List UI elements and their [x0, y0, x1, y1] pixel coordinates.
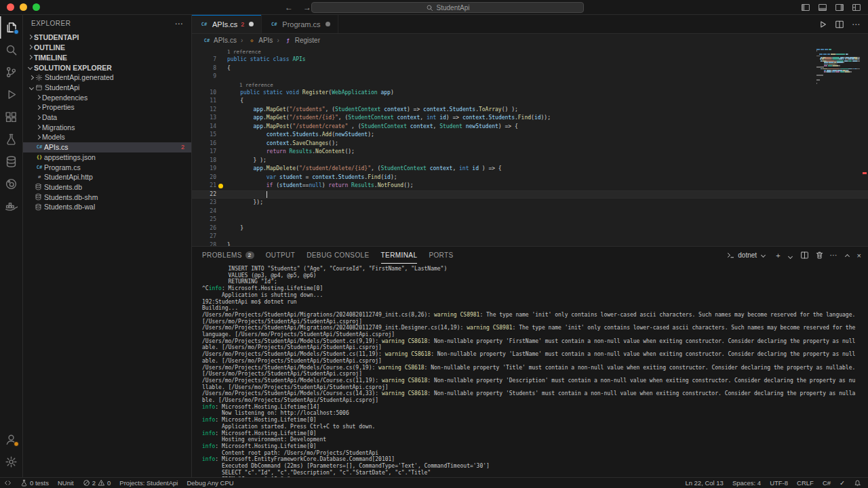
profile-dropdown-button[interactable]: [787, 251, 794, 260]
section-studentapi[interactable]: STUDENTAPI: [23, 32, 191, 42]
status-projects[interactable]: Projects: StudentApi: [119, 479, 178, 487]
terminal-output[interactable]: INSERT INTO "Students" ("Age", "CourseId…: [192, 264, 868, 477]
status-language-mode[interactable]: C#: [823, 479, 831, 487]
shell-label-text: dotnet: [738, 251, 757, 259]
section-outline[interactable]: OUTLINE: [23, 42, 191, 52]
more-button[interactable]: ⋯: [830, 251, 837, 260]
problems-count-badge: 2: [245, 251, 254, 259]
activity-testing[interactable]: [0, 128, 22, 150]
terminal-line: info: Microsoft.Hosting.Lifetime[0]: [202, 430, 857, 437]
status-cursor-position[interactable]: Ln 22, Col 13: [685, 479, 724, 487]
zoom-window-button[interactable]: [33, 3, 40, 11]
line-number: 23: [192, 199, 216, 207]
more-actions-icon[interactable]: ⋯: [175, 19, 184, 28]
tree-item-migrations[interactable]: Migrations: [23, 122, 191, 132]
activity-extensions[interactable]: [0, 106, 22, 128]
breadcrumb-item-apis[interactable]: ◇APIs: [247, 37, 273, 44]
status-nunit[interactable]: NUnit: [58, 479, 74, 487]
tree-item-program-cs[interactable]: C#Program.cs: [23, 162, 191, 172]
status-remote-indicator[interactable]: [4, 479, 12, 487]
customize-layout-button[interactable]: [852, 3, 861, 12]
activity-nuget[interactable]: [0, 173, 22, 195]
chevron-icon: [28, 35, 33, 39]
tree-item-students-db-shm[interactable]: Students.db-shm: [23, 192, 191, 202]
bell-icon: [854, 479, 861, 487]
breadcrumb-item-apis-cs[interactable]: C#APIs.cs: [202, 37, 237, 44]
tab-apis-cs[interactable]: C#APIs.cs2: [192, 15, 262, 33]
docker-icon: [5, 200, 18, 213]
codelens-label[interactable]: 1 reference: [227, 81, 273, 89]
panel-tab-problems[interactable]: PROBLEMS2: [202, 247, 254, 264]
minimap[interactable]: [816, 49, 860, 86]
modified-dot[interactable]: [326, 22, 330, 26]
close-panel-button[interactable]: ×: [857, 251, 861, 260]
status-encoding[interactable]: UTF-8: [770, 479, 788, 487]
panel-tab-output[interactable]: OUTPUT: [266, 247, 296, 264]
activity-explorer[interactable]: [0, 16, 22, 39]
tree-item-studentapi-generated[interactable]: StudentApi.generated: [23, 73, 191, 83]
section-label: STUDENTAPI: [34, 33, 79, 41]
kill-terminal-button[interactable]: [815, 251, 824, 260]
window-controls: [0, 3, 40, 11]
activity-settings-gear[interactable]: [0, 451, 22, 473]
codelens-label[interactable]: 1 reference: [227, 48, 261, 56]
tree-item-apis-cs[interactable]: C#APIs.cs2: [23, 142, 191, 152]
panel-tab-debug-console[interactable]: DEBUG CONSOLE: [307, 247, 369, 264]
status-indentation[interactable]: Spaces: 4: [732, 479, 761, 487]
run-button[interactable]: [818, 20, 827, 29]
activity-docker[interactable]: [0, 195, 22, 218]
toggle-primary-sidebar-button[interactable]: [801, 3, 810, 12]
status-test-status[interactable]: 0 tests: [20, 479, 49, 487]
tree-item-data[interactable]: Data: [23, 113, 191, 123]
modified-dot[interactable]: [249, 22, 254, 26]
status-notifications[interactable]: [854, 479, 861, 487]
section-timeline[interactable]: TIMELINE: [23, 52, 191, 62]
terminal-line: Building...: [202, 305, 857, 312]
more-button[interactable]: ⋯: [852, 20, 860, 29]
status-label: CRLF: [797, 479, 814, 487]
go-forward-button[interactable]: →: [303, 3, 311, 12]
activity-database[interactable]: [0, 150, 22, 173]
status-problems[interactable]: 20: [83, 479, 111, 487]
command-center-search[interactable]: StudentApi: [311, 2, 584, 13]
activity-accounts[interactable]: [0, 428, 22, 451]
split-editor-button[interactable]: [835, 20, 844, 29]
code-text: public static class APIs: [227, 56, 306, 64]
activity-run-and-debug[interactable]: [0, 83, 22, 106]
tree-item-students-db-wal[interactable]: Students.db-wal: [23, 202, 191, 212]
terminal-shell-selector[interactable]: dotnet: [726, 251, 767, 260]
breadcrumb-item-register[interactable]: ƒRegister: [283, 37, 320, 44]
panel-tab-ports[interactable]: PORTS: [429, 247, 453, 264]
split-terminal-button[interactable]: [800, 251, 809, 260]
tree-item-appsettings-json[interactable]: {}appsettings.json: [23, 152, 191, 163]
tree-item-dependencies[interactable]: Dependencies: [23, 92, 191, 102]
activity-search[interactable]: [0, 39, 22, 61]
terminal-line: /Users/mo/Projects/StudentApi/Models/Stu…: [202, 338, 857, 351]
tree-item-studentapi[interactable]: StudentApi: [23, 83, 191, 93]
minimize-window-button[interactable]: [20, 3, 27, 11]
tab-program-cs[interactable]: C#Program.cs: [262, 15, 338, 33]
status-debug-config[interactable]: Debug Any CPU: [186, 479, 233, 487]
code-editor[interactable]: 1 reference7public static class APIs8{91…: [192, 47, 868, 246]
section-solution-explorer[interactable]: SOLUTION EXPLORER: [23, 62, 191, 73]
toggle-secondary-sidebar-button[interactable]: [835, 3, 844, 12]
chevron-icon: [36, 115, 41, 120]
maximize-panel-button[interactable]: [844, 251, 851, 260]
status-checkmark[interactable]: ✓: [840, 479, 845, 487]
terminal-line: SELECT "c"."Id", "c"."Description", "c".…: [202, 470, 857, 476]
editor-tabs-bar: C#APIs.cs2C#Program.cs ⋯: [192, 15, 868, 34]
close-window-button[interactable]: [7, 3, 14, 11]
tree-item-models[interactable]: Models: [23, 132, 191, 142]
overview-ruler[interactable]: [861, 47, 868, 246]
go-back-button[interactable]: ←: [285, 3, 293, 12]
toggle-panel-button[interactable]: [818, 3, 827, 12]
tree-item-students-db[interactable]: Students.db: [23, 182, 191, 192]
panel-tab-terminal[interactable]: TERMINAL: [381, 247, 418, 264]
tree-item-properties[interactable]: Properties: [23, 102, 191, 113]
line-number: 10: [192, 89, 216, 98]
tree-item-studentapi-http[interactable]: ⇄StudentApi.http: [23, 172, 191, 182]
new-terminal-button[interactable]: +: [776, 251, 780, 260]
status-eol[interactable]: CRLF: [797, 479, 814, 487]
lightbulb-icon[interactable]: [218, 184, 223, 188]
activity-source-control[interactable]: [0, 61, 22, 83]
